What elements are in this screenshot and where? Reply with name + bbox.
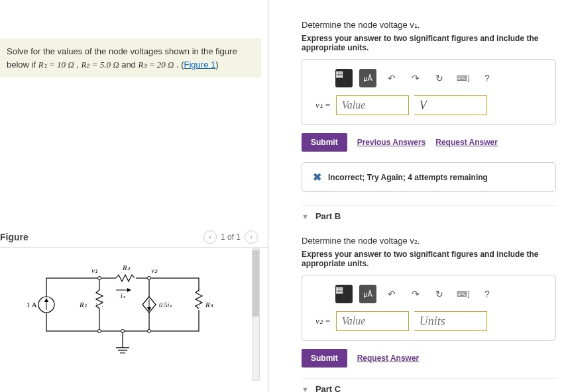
submit-button[interactable]: Submit [302,133,347,152]
partc-header[interactable]: ▼ Part C [302,378,556,392]
redo-icon[interactable]: ↷ [407,70,424,86]
svg-text:R₁: R₁ [79,301,87,309]
chevron-down-icon: ▼ [302,213,309,220]
units-icon[interactable]: μÅ [359,69,376,87]
svg-point-23 [98,330,101,333]
partb-prompt: Determine the node voltage v₂. [302,236,556,246]
svg-point-22 [148,277,151,280]
svg-text:v₁: v₁ [91,266,97,274]
svg-text:iₓ: iₓ [121,292,126,299]
svg-rect-0 [46,278,199,331]
help-icon[interactable]: ? [479,286,496,302]
incorrect-icon: ✖ [313,171,321,183]
parta-answer-box: ▦ μÅ ↶ ↷ ↻ ⌨] ? v₁ = [302,59,556,125]
v1-units-input[interactable] [414,95,487,115]
figure-link[interactable]: Figure 1 [184,60,216,70]
problem-statement: Solve for the values of the node voltage… [0,38,261,77]
partb-answer-box: ▦ μÅ ↶ ↷ ↻ ⌨] ? v₂ = [302,275,556,341]
prev-figure-button[interactable]: ‹ [203,230,217,244]
svg-text:v₂: v₂ [151,266,158,274]
svg-text:1 A: 1 A [27,301,37,309]
previous-answers-link[interactable]: Previous Answers [357,138,426,147]
template-icon[interactable]: ▦ [335,285,353,303]
svg-point-21 [98,277,101,280]
template-icon[interactable]: ▦ [335,69,353,87]
svg-point-25 [121,330,125,333]
figure-pager: ‹ 1 of 1 › [203,230,258,244]
undo-icon[interactable]: ↶ [383,286,400,302]
parta-instruction: Express your answer to two significant f… [302,34,556,52]
svg-text:R₃: R₃ [205,301,213,309]
request-answer-link[interactable]: Request Answer [435,138,498,147]
chevron-down-icon: ▼ [302,385,309,393]
keyboard-icon[interactable]: ⌨] [455,70,472,86]
reset-icon[interactable]: ↻ [431,286,448,302]
submit-button-b[interactable]: Submit [302,349,347,368]
units-icon[interactable]: μÅ [359,285,376,303]
partb-header[interactable]: ▼ Part B [302,205,556,226]
svg-point-24 [148,330,151,333]
v2-label: v₂ = [315,316,331,326]
v2-value-input[interactable] [336,311,409,331]
pager-text: 1 of 1 [221,232,241,242]
v1-value-input[interactable] [336,95,409,115]
redo-icon[interactable]: ↷ [407,286,424,302]
svg-text:0.5iₓ: 0.5iₓ [159,301,172,309]
keyboard-icon[interactable]: ⌨] [455,286,472,302]
reset-icon[interactable]: ↻ [431,70,448,86]
partb-instruction: Express your answer to two significant f… [302,250,556,268]
svg-rect-11 [97,290,102,309]
feedback-text: Incorrect; Try Again; 4 attempts remaini… [328,173,488,182]
svg-text:R₂: R₂ [122,264,131,271]
v2-units-input[interactable] [414,311,487,331]
parta-prompt: Determine the node voltage v₁. [302,20,556,30]
partc-title: Part C [315,384,341,392]
circuit-figure: 1 A R₁ R₂ R₃ 0.5iₓ v₁ v₂ iₓ [7,258,255,377]
v1-label: v₁ = [315,100,331,111]
request-answer-link-b[interactable]: Request Answer [357,354,420,363]
partb-title: Part B [315,211,341,221]
feedback-box: ✖ Incorrect; Try Again; 4 attempts remai… [302,162,556,192]
figure-scrollbar[interactable] [252,248,260,381]
figure-title: Figure [0,232,28,242]
help-icon[interactable]: ? [479,70,496,86]
svg-marker-29 [127,288,131,292]
undo-icon[interactable]: ↶ [383,70,400,86]
next-figure-button[interactable]: › [245,230,258,244]
